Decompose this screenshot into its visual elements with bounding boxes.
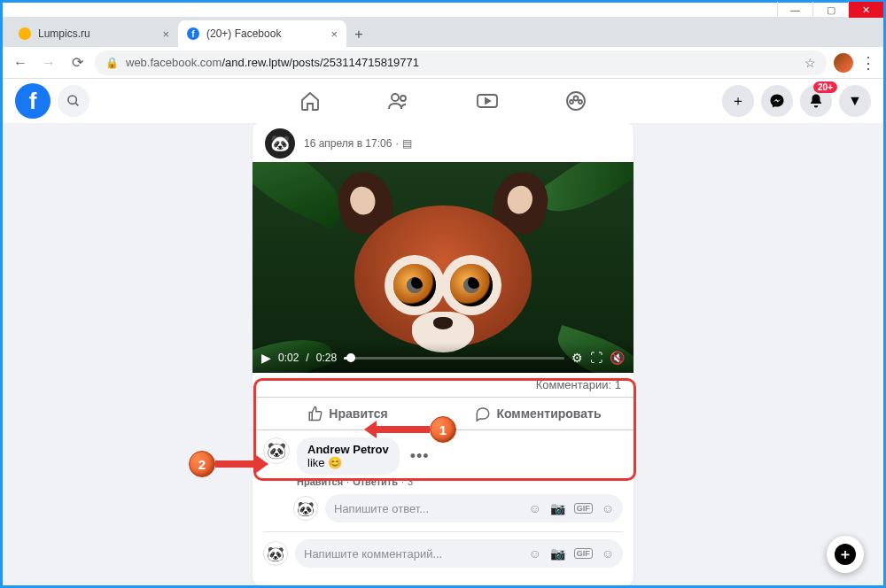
fb-account-menu-button[interactable]: ▼ <box>839 85 871 117</box>
browser-tab-active[interactable]: f (20+) Facebook × <box>178 20 346 47</box>
video-mute-button[interactable]: 🔇 <box>610 351 625 365</box>
post-header: 🐼 16 апреля в 17:06 · ▤ <box>253 123 633 162</box>
favicon-facebook: f <box>187 27 199 40</box>
post-stats: Комментарии: 1 <box>253 373 633 397</box>
camera-icon[interactable]: 📷 <box>550 546 565 561</box>
fb-tab-friends[interactable] <box>381 90 416 112</box>
comment-icon <box>475 406 491 422</box>
nav-forward-button[interactable]: → <box>38 52 59 74</box>
svg-line-1 <box>75 103 78 105</box>
friends-icon <box>387 90 410 112</box>
profile-avatar-button[interactable] <box>834 53 853 73</box>
messenger-icon <box>769 93 785 109</box>
post-card: 🐼 16 апреля в 17:06 · ▤ <box>253 123 633 585</box>
groups-icon <box>565 90 587 112</box>
sticker-icon[interactable]: ☺ <box>602 501 614 515</box>
comment-label: Комментировать <box>496 406 601 421</box>
nav-back-button[interactable]: ← <box>10 52 31 74</box>
svg-point-7 <box>570 100 573 104</box>
comment-input[interactable]: Напишите комментарий... ☺ 📷 GIF ☺ <box>295 539 623 568</box>
post-author-avatar[interactable]: 🐼 <box>265 128 295 159</box>
floating-compose-button[interactable]: ＋ <box>827 536 864 573</box>
new-tab-button[interactable]: + <box>346 22 371 47</box>
notification-badge: 20+ <box>813 81 837 93</box>
window-close-button[interactable]: ✕ <box>848 2 883 18</box>
annotation-arrow-1: 1 <box>364 416 456 443</box>
url-input[interactable]: 🔒 web.facebook.com/and.rew.lptw/posts/25… <box>95 50 827 75</box>
comment-input-row: 🐼 Напишите комментарий... ☺ 📷 GIF ☺ <box>263 539 623 568</box>
fb-notifications-button[interactable]: 20+ <box>800 85 832 117</box>
fb-header: f ＋ 20+ ▼ <box>3 79 883 123</box>
fb-tab-home[interactable] <box>292 90 328 112</box>
post-meta: 16 апреля в 17:06 · ▤ <box>304 137 412 150</box>
video-settings-button[interactable]: ⚙ <box>571 351 583 365</box>
browser-address-bar: ← → ⟳ 🔒 web.facebook.com/and.rew.lptw/po… <box>3 47 883 79</box>
video-duration: 0:28 <box>316 352 337 364</box>
fb-tab-groups[interactable] <box>558 90 594 112</box>
tab-title: (20+) Facebook <box>206 27 323 40</box>
sticker-icon[interactable]: ☺ <box>602 546 614 561</box>
browser-tabstrip: Lumpics.ru × f (20+) Facebook × + <box>3 17 883 47</box>
url-domain: web.facebook.com <box>126 56 222 69</box>
video-thumbnail-panda <box>346 179 540 356</box>
comment-like-link[interactable]: Нравится <box>297 476 343 487</box>
browser-tab-inactive[interactable]: Lumpics.ru × <box>10 20 178 47</box>
lock-icon: 🔒 <box>105 57 119 69</box>
favicon-lumpics <box>19 27 31 40</box>
gif-icon[interactable]: GIF <box>574 503 593 514</box>
annotation-marker-2: 2 <box>189 451 215 477</box>
emoji-icon[interactable]: ☺ <box>528 546 540 561</box>
comment-button[interactable]: Комментировать <box>443 398 633 429</box>
comment-options-button[interactable]: ••• <box>410 447 430 466</box>
separator <box>263 531 623 532</box>
comment-actions: Нравится · Ответить · 3 <box>297 476 623 487</box>
fb-tab-watch[interactable] <box>470 90 505 112</box>
svg-point-0 <box>68 96 76 104</box>
comment-input-avatar[interactable]: 🐼 <box>263 541 288 566</box>
thumbs-up-icon <box>307 406 323 422</box>
svg-point-2 <box>392 94 399 101</box>
comments-section: 🐼 Andrew Petrov like 😊 ••• Нравится · От… <box>253 430 633 576</box>
video-progress-bar[interactable] <box>344 357 564 360</box>
comment-reply-link[interactable]: Ответить <box>353 476 398 487</box>
tab-close-icon[interactable]: × <box>330 27 338 41</box>
search-icon <box>66 94 81 108</box>
fb-center-nav <box>292 90 594 112</box>
nav-reload-button[interactable]: ⟳ <box>66 52 88 74</box>
watch-icon <box>476 90 499 112</box>
svg-point-3 <box>400 96 406 101</box>
privacy-icon[interactable]: ▤ <box>402 137 412 150</box>
url-path: /and.rew.lptw/posts/253114715819771 <box>222 56 419 69</box>
comment-bubble: Andrew Petrov like 😊 <box>297 437 400 475</box>
reply-input[interactable]: Напишите ответ... ☺ 📷 GIF ☺ <box>325 494 623 522</box>
plus-icon: ＋ <box>835 544 856 565</box>
video-controls: ▶ 0:02 / 0:28 ⚙ ⛶ 🔇 <box>253 343 633 373</box>
post-video[interactable]: ▶ 0:02 / 0:28 ⚙ ⛶ 🔇 <box>253 162 633 373</box>
fb-search-button[interactable] <box>58 85 89 117</box>
bookmark-star-icon[interactable]: ☆ <box>804 56 816 70</box>
gif-icon[interactable]: GIF <box>574 548 593 559</box>
play-button[interactable]: ▶ <box>261 351 271 365</box>
camera-icon[interactable]: 📷 <box>550 501 565 515</box>
reply-input-row: 🐼 Напишите ответ... ☺ 📷 GIF ☺ <box>293 494 623 522</box>
tab-close-icon[interactable]: × <box>162 27 169 41</box>
reply-input-avatar[interactable]: 🐼 <box>293 496 318 521</box>
video-fullscreen-button[interactable]: ⛶ <box>590 351 602 365</box>
window-titlebar: — ▢ ✕ <box>3 3 883 17</box>
annotation-marker-1: 1 <box>430 416 456 443</box>
home-icon <box>299 90 321 112</box>
fb-messenger-button[interactable] <box>761 85 793 117</box>
browser-menu-button[interactable]: ⋮ <box>860 53 876 73</box>
comment-item: 🐼 Andrew Petrov like 😊 ••• <box>263 437 623 475</box>
fb-logo[interactable]: f <box>15 83 51 119</box>
tab-title: Lumpics.ru <box>38 27 155 40</box>
comment-author[interactable]: Andrew Petrov <box>307 443 389 456</box>
reply-placeholder: Напишите ответ... <box>334 502 528 515</box>
fb-header-right: ＋ 20+ ▼ <box>722 85 871 117</box>
fb-create-button[interactable]: ＋ <box>722 85 754 117</box>
comments-count[interactable]: Комментарии: 1 <box>536 378 621 391</box>
window-minimize-button[interactable]: — <box>777 2 812 18</box>
emoji-icon[interactable]: ☺ <box>528 501 540 515</box>
window-maximize-button[interactable]: ▢ <box>812 2 848 18</box>
annotation-arrow-2: 2 <box>189 451 268 477</box>
